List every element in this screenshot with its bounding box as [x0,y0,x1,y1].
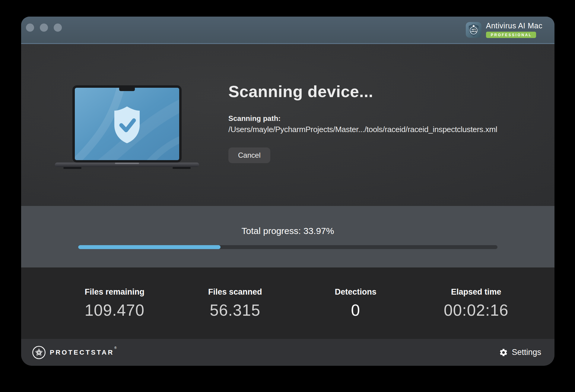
stat-detections: Detections 0 [295,267,416,339]
scan-statistics: Files remaining 109.470 Files scanned 56… [21,267,554,339]
scan-path-value: /Users/mayle/PycharmProjects/Master.../t… [228,125,554,134]
stat-label: Detections [295,287,416,297]
stat-files-remaining: Files remaining 109.470 [54,267,175,339]
zoom-window-button[interactable] [54,24,62,32]
settings-button[interactable]: Settings [499,348,541,357]
scan-info-panel: Scanning device... Scanning path: /Users… [228,83,554,163]
progress-fill [78,245,221,249]
app-window: ANTI VIRUS Antivirus AI Mac PROFESSIONAL [21,17,554,366]
laptop-shield-illustration [55,85,199,173]
footer-bar: PROTECTSTAR® Settings [21,339,554,366]
stat-value: 00:02:16 [416,301,537,319]
close-window-button[interactable] [26,24,34,32]
app-brand: ANTI VIRUS Antivirus AI Mac PROFESSIONAL [466,22,542,38]
traffic-lights [26,24,62,32]
progress-bar-track [78,245,497,249]
gear-icon [499,348,508,357]
cancel-button[interactable]: Cancel [228,147,270,163]
scan-screen: Scanning device... Scanning path: /Users… [21,44,554,206]
settings-label: Settings [512,348,541,357]
star-circle-icon [32,346,46,359]
title-bar: ANTI VIRUS Antivirus AI Mac PROFESSIONAL [21,17,554,44]
svg-text:VIRUS: VIRUS [471,30,477,33]
brand-name: PROTECTSTAR [50,349,114,356]
progress-section: Total progress: 33.97% [21,206,554,267]
stat-value: 0 [295,301,416,319]
total-progress-label: Total progress: 33.97% [21,226,554,236]
svg-text:ANTI: ANTI [471,28,476,30]
edition-badge: PROFESSIONAL [486,32,536,38]
stat-label: Files scanned [175,287,296,297]
stat-elapsed-time: Elapsed time 00:02:16 [416,267,537,339]
scan-path-label: Scanning path: [228,114,554,123]
registered-mark: ® [114,346,116,349]
protectstar-logo: PROTECTSTAR® [32,346,116,359]
app-title: Antivirus AI Mac [486,22,542,30]
stat-files-scanned: Files scanned 56.315 [175,267,296,339]
stat-value: 109.470 [54,301,175,319]
stat-label: Elapsed time [416,287,537,297]
stat-value: 56.315 [175,301,296,319]
desktop-background: ANTI VIRUS Antivirus AI Mac PROFESSIONAL [0,0,575,392]
app-logo-icon: ANTI VIRUS [466,22,481,38]
stat-label: Files remaining [54,287,175,297]
minimize-window-button[interactable] [40,24,48,32]
scan-status-title: Scanning device... [228,83,554,100]
